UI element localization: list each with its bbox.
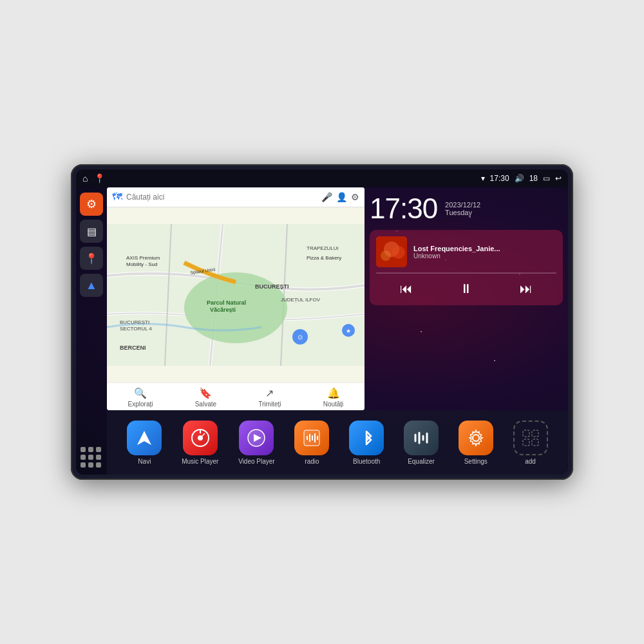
status-left: ⌂ 📍 [82,173,105,184]
video-player-icon [239,421,274,455]
saved-label: Salvate [195,401,216,408]
app-navi[interactable]: Navi [127,421,162,465]
music-progress-bar[interactable] [376,272,556,274]
sidebar-grid-btn[interactable] [80,446,103,469]
news-label: Noutăți [323,401,344,408]
app-video-player[interactable]: Video Player [238,421,275,465]
music-text: Lost Frequencies_Janie... Unknown [413,245,556,260]
app-equalizer[interactable]: Equalizer [404,421,439,465]
clock-date: 2023/12/12 Tuesday [445,201,480,216]
device-screen: ⌂ 📍 ▾ 17:30 🔊 18 ▭ ↩ [76,169,568,475]
map-explore-btn[interactable]: 🔍 Explorați [128,387,153,408]
explore-icon: 🔍 [134,387,147,399]
app-add[interactable]: add [513,421,548,465]
home-icon[interactable]: ⌂ [82,173,88,184]
bluetooth-icon [349,421,384,455]
saved-icon: 🔖 [199,387,212,399]
car-head-unit: ⌂ 📍 ▾ 17:30 🔊 18 ▭ ↩ [71,164,573,480]
svg-text:BUCUREȘTI: BUCUREȘTI [120,319,149,325]
sidebar-map-btn[interactable]: 📍 [80,247,103,270]
sidebar-settings-btn[interactable]: ⚙ [80,193,103,216]
map-search-input[interactable] [126,193,317,202]
music-controls: ⏮ ⏸ ⏭ [376,279,556,299]
svg-text:JUDEȚUL ILFOV: JUDEȚUL ILFOV [281,297,321,303]
map-news-btn[interactable]: 🔔 Noutăți [323,387,344,408]
svg-text:Pizza & Bakery: Pizza & Bakery [307,255,341,261]
equalizer-icon [404,421,439,455]
svg-text:Parcul Natural: Parcul Natural [207,299,246,306]
map-search-bar: 🗺 🎤 👤 ⚙ [107,187,365,207]
date-value: 2023/12/12 [445,201,480,209]
status-right: ▾ 17:30 🔊 18 ▭ ↩ [481,174,562,183]
svg-rect-41 [532,430,538,437]
navi-label: Navi [138,458,151,465]
equalizer-label: Equalizer [408,458,435,465]
navi-icon [127,421,162,455]
svg-text:⊙: ⊙ [298,334,303,341]
map-bottom-bar: 🔍 Explorați 🔖 Salvate ↗ Trimiteți [107,383,365,410]
play-pause-button[interactable]: ⏸ [452,279,480,299]
sidebar-files-btn[interactable]: ▤ [80,220,103,243]
prev-button[interactable]: ⏮ [392,279,421,299]
day-value: Tuesday [445,209,480,216]
music-widget: Lost Frequencies_Janie... Unknown ⏮ ⏸ ⏭ [370,230,563,305]
news-icon: 🔔 [327,387,340,399]
app-radio[interactable]: radio [294,421,329,465]
battery-level: 18 [529,174,538,183]
status-time: 17:30 [490,174,509,183]
svg-text:TRAPEZULUI: TRAPEZULUI [307,245,339,251]
google-maps-icon: 🗺 [112,191,122,203]
more-icon[interactable]: ⚙ [351,192,359,202]
clock-widget: 17:30 2023/12/12 Tuesday [370,193,563,225]
svg-text:Văcărești: Văcărești [210,307,236,313]
radio-icon [294,421,329,455]
apps-row: Navi Music Player [107,410,568,475]
add-icon [513,421,548,455]
svg-rect-42 [523,439,529,446]
app-bluetooth[interactable]: Bluetooth [349,421,384,465]
sidebar: ⚙ ▤ 📍 ▲ [76,187,107,475]
svg-text:BERCENI: BERCENI [120,345,146,351]
account-icon[interactable]: 👤 [336,192,347,202]
explore-label: Explorați [128,401,153,408]
nav-icon: ▲ [86,279,97,292]
files-icon: ▤ [87,225,97,238]
map-body: AXIS Premium Mobility - Sud Pizza & Bake… [107,207,365,383]
music-player-icon [183,421,218,455]
maps-icon[interactable]: 📍 [94,173,105,184]
music-artist: Unknown [413,252,556,260]
music-title: Lost Frequencies_Janie... [413,245,556,252]
music-player-label: Music Player [182,458,218,465]
status-bar: ⌂ 📍 ▾ 17:30 🔊 18 ▭ ↩ [76,169,568,187]
svg-marker-24 [137,431,151,445]
map-saved-btn[interactable]: 🔖 Salvate [195,387,216,408]
add-label: add [525,458,536,465]
app-music-player[interactable]: Music Player [182,421,218,465]
map-send-btn[interactable]: ↗ Trimiteți [258,387,281,408]
sidebar-nav-btn[interactable]: ▲ [80,274,103,297]
right-panel: 17:30 2023/12/12 Tuesday [365,187,568,410]
svg-rect-43 [532,439,538,446]
settings-icon: ⚙ [86,197,97,211]
map-icon: 📍 [85,252,98,265]
svg-text:Mobility - Sud: Mobility - Sud [126,261,157,267]
settings-label: Settings [464,458,488,465]
send-icon: ↗ [265,387,274,399]
svg-text:AXIS Premium: AXIS Premium [126,255,160,261]
svg-rect-40 [523,430,529,437]
app-settings[interactable]: Settings [459,421,493,465]
map-svg: AXIS Premium Mobility - Sud Pizza & Bake… [107,207,365,383]
settings-app-icon [459,421,493,455]
top-section: 🗺 🎤 👤 ⚙ [107,187,568,410]
svg-point-39 [473,435,479,441]
music-info: Lost Frequencies_Janie... Unknown [376,236,556,267]
next-button[interactable]: ⏭ [512,279,540,299]
back-icon[interactable]: ↩ [555,174,562,183]
svg-point-26 [198,435,203,440]
mic-icon[interactable]: 🎤 [321,192,332,202]
svg-rect-23 [376,236,407,267]
music-album-art [376,236,407,267]
main-area: ⚙ ▤ 📍 ▲ [76,187,568,475]
bluetooth-label: Bluetooth [353,458,380,465]
volume-icon: 🔊 [515,174,524,183]
